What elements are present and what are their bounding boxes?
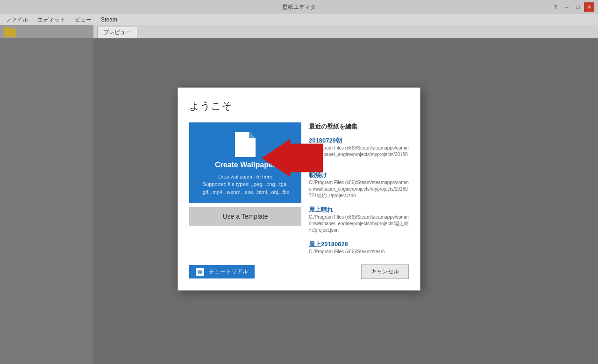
- tutorial-label: チュートリアル: [209, 268, 248, 276]
- recent-list: 20180729朝 C:/Program Files (x86)/Steam/s…: [309, 136, 409, 256]
- recent-item-name-0: 20180729朝: [309, 136, 409, 145]
- recent-section-title: 最近の壁紙を編集: [309, 122, 409, 131]
- recent-item-path-2: C:/Program Files (x86)/Steam/steamapps/c…: [309, 214, 409, 234]
- tutorial-button[interactable]: W チュートリアル: [189, 265, 255, 278]
- recent-item-3[interactable]: 屋上20180628 C:/Program Files (x86)/Steam/…: [309, 240, 409, 255]
- dialog-overlay: ようこそ Create Wallpaper Drop wallpaper fil…: [0, 0, 598, 364]
- recent-item-1[interactable]: 朝焼け C:/Program Files (x86)/Steam/steamap…: [309, 171, 409, 199]
- create-wallpaper-button[interactable]: Create Wallpaper Drop wallpaper file her…: [189, 122, 301, 204]
- recent-item-path-3: C:/Program Files (x86)/Steam/steam: [309, 249, 409, 255]
- right-panel: 最近の壁紙を編集 20180729朝 C:/Program Files (x86…: [309, 122, 409, 256]
- svg-marker-1: [249, 132, 256, 138]
- recent-item-path-0: C:/Program Files (x86)/Steam/steamapps/c…: [309, 145, 409, 164]
- create-wallpaper-desc: Drop wallpaper file hereSupported file t…: [201, 173, 289, 196]
- welcome-dialog: ようこそ Create Wallpaper Drop wallpaper fil…: [178, 87, 420, 291]
- recent-item-2[interactable]: 屋上晴れ C:/Program Files (x86)/Steam/steama…: [309, 206, 409, 234]
- dialog-footer: W チュートリアル キャンセル: [189, 264, 409, 279]
- cancel-button[interactable]: キャンセル: [361, 264, 409, 279]
- dialog-body: Create Wallpaper Drop wallpaper file her…: [189, 122, 409, 256]
- file-icon: [235, 132, 256, 157]
- recent-item-name-2: 屋上晴れ: [309, 206, 409, 214]
- left-panel: Create Wallpaper Drop wallpaper file her…: [189, 122, 301, 256]
- recent-item-name-3: 屋上20180628: [309, 240, 409, 249]
- w-icon: W: [196, 268, 204, 276]
- dialog-title: ようこそ: [189, 99, 409, 113]
- create-wallpaper-label: Create Wallpaper: [215, 161, 276, 169]
- recent-item-0[interactable]: 20180729朝 C:/Program Files (x86)/Steam/s…: [309, 136, 409, 164]
- recent-item-name-1: 朝焼け: [309, 171, 409, 179]
- use-template-button[interactable]: Use a Template: [189, 207, 301, 226]
- recent-item-path-1: C:/Program Files (x86)/Steam/steamapps/c…: [309, 179, 409, 199]
